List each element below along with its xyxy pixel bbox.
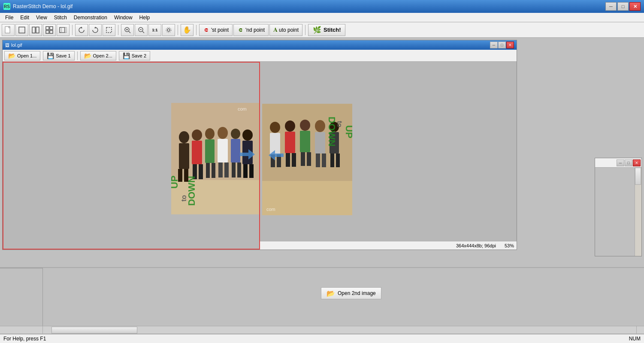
zoom-level: 53% xyxy=(505,243,514,248)
svg-rect-37 xyxy=(199,164,203,179)
maximize-button[interactable]: □ xyxy=(617,2,629,11)
inner-close-button[interactable]: ✕ xyxy=(506,42,514,48)
menu-window[interactable]: Window xyxy=(111,14,136,21)
svg-rect-45 xyxy=(224,162,229,178)
menu-help[interactable]: Help xyxy=(136,14,154,21)
h-scrollbar-thumb[interactable] xyxy=(51,327,137,334)
zoom-100-button[interactable]: 1:1 xyxy=(148,24,161,36)
svg-point-65 xyxy=(285,120,295,132)
svg-rect-4 xyxy=(32,27,35,33)
svg-rect-60 xyxy=(262,181,352,215)
pan-button[interactable]: ✋ xyxy=(181,24,194,36)
open2-button[interactable]: 📂 Open 2... xyxy=(80,51,116,60)
zoom-out-icon xyxy=(137,26,145,34)
rotate-cw-icon xyxy=(91,26,99,34)
open-2nd-image-button[interactable]: 📂 Open 2nd image xyxy=(321,287,381,299)
svg-rect-74 xyxy=(315,132,325,153)
svg-rect-76 xyxy=(322,153,326,167)
secondary-close-button[interactable]: ✕ xyxy=(633,159,641,166)
stitch-button[interactable]: 🌿 Stitch! xyxy=(308,24,345,36)
svg-point-42 xyxy=(218,127,228,139)
save1-button[interactable]: 💾 Save 1 xyxy=(43,51,74,60)
svg-rect-14 xyxy=(106,27,112,33)
window-title: RasterStitch Demo - lol.gif xyxy=(13,3,73,9)
separator-5 xyxy=(305,25,305,35)
overlay-view-button[interactable] xyxy=(57,24,70,36)
menu-edit[interactable]: Edit xyxy=(17,14,33,21)
svg-point-46 xyxy=(231,129,240,139)
menu-demonstration[interactable]: Demonstration xyxy=(70,14,111,21)
menu-file[interactable]: File xyxy=(2,14,17,21)
autopoint-icon: 𝐀 xyxy=(273,26,278,33)
single-view-button[interactable] xyxy=(15,24,28,36)
svg-point-69 xyxy=(300,120,310,131)
split-view: UP to DOWN com xyxy=(3,62,517,250)
overlay-icon xyxy=(59,26,67,34)
secondary-main xyxy=(595,168,635,256)
save1-icon: 💾 xyxy=(47,52,54,59)
settings-icon xyxy=(165,26,172,34)
svg-text:DOWN: DOWN xyxy=(186,176,197,206)
svg-rect-10 xyxy=(60,27,65,33)
inner-minimize-button[interactable]: ─ xyxy=(490,42,498,48)
separator-2 xyxy=(118,25,118,35)
image2-container: UP to DOWN com xyxy=(262,104,352,215)
h-scrollbar[interactable] xyxy=(43,326,636,334)
save2-label: Save 2 xyxy=(132,53,146,58)
open1-button[interactable]: 📂 Open 1... xyxy=(4,51,40,60)
menu-stitch[interactable]: Stitch xyxy=(51,14,70,21)
minimize-button[interactable]: ─ xyxy=(605,2,617,11)
svg-text:UP: UP xyxy=(171,175,180,189)
close-button[interactable]: ✕ xyxy=(629,2,641,11)
quad-view-icon xyxy=(45,26,53,34)
svg-rect-75 xyxy=(316,153,320,167)
inner-toolbar: 📂 Open 1... 💾 Save 1 📂 Open 2... 💾 Save … xyxy=(3,50,517,62)
split-view-button[interactable] xyxy=(29,24,42,36)
zoom-out-button[interactable] xyxy=(135,24,148,36)
quad-view-button[interactable] xyxy=(43,24,56,36)
secondary-toolbar: ─ □ ✕ xyxy=(595,158,641,168)
svg-rect-35 xyxy=(192,141,202,164)
secondary-maximize-button[interactable]: □ xyxy=(625,159,632,166)
point2-button[interactable]: ✂ 'nd point xyxy=(233,24,269,36)
rotate-cw-button[interactable] xyxy=(89,24,102,36)
svg-point-61 xyxy=(270,122,280,133)
inner-window-title: lol.gif xyxy=(11,42,22,48)
svg-point-73 xyxy=(315,120,325,132)
separator-1 xyxy=(72,25,73,35)
settings-button[interactable] xyxy=(162,24,175,36)
svg-rect-66 xyxy=(285,132,295,153)
svg-rect-43 xyxy=(218,139,228,162)
svg-point-22 xyxy=(167,29,170,31)
svg-rect-47 xyxy=(231,139,240,162)
title-bar-controls: ─ □ ✕ xyxy=(605,2,641,11)
bottom-left-panel xyxy=(0,268,43,326)
svg-rect-67 xyxy=(286,153,290,167)
inner-window-icon: 🖼 xyxy=(5,43,9,48)
svg-rect-44 xyxy=(218,162,223,178)
num-lock-indicator: NUM xyxy=(629,336,641,342)
zoom-in-icon xyxy=(124,26,131,34)
svg-point-34 xyxy=(192,129,202,141)
open-folder-icon: 📂 xyxy=(8,52,15,59)
svg-rect-8 xyxy=(46,30,49,33)
scrollbar-thumb[interactable] xyxy=(635,168,641,185)
save2-button[interactable]: 💾 Save 2 xyxy=(119,51,150,60)
save1-label: Save 1 xyxy=(56,53,70,58)
inner-maximize-button[interactable]: □ xyxy=(498,42,506,48)
secondary-content xyxy=(595,168,641,256)
crop-button[interactable] xyxy=(103,24,115,36)
title-bar: RS RasterStitch Demo - lol.gif ─ □ ✕ xyxy=(0,0,644,13)
svg-rect-48 xyxy=(232,162,236,178)
menu-view[interactable]: View xyxy=(33,14,51,21)
open2-folder-icon: 📂 xyxy=(84,52,91,59)
single-view-icon xyxy=(18,26,26,34)
secondary-minimize-button[interactable]: ─ xyxy=(617,159,624,166)
rotate-ccw-icon xyxy=(78,26,85,34)
rotate-ccw-button[interactable] xyxy=(75,24,88,36)
autopoint-button[interactable]: 𝐀 uto point xyxy=(269,24,302,36)
point1-button[interactable]: ✂ 'st point xyxy=(199,24,233,36)
secondary-scrollbar[interactable] xyxy=(635,168,641,256)
zoom-in-button[interactable] xyxy=(121,24,134,36)
new-button[interactable] xyxy=(2,24,15,36)
